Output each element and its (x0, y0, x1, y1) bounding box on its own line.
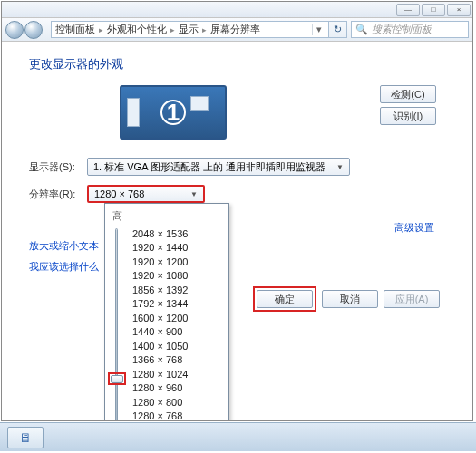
titlebar: — □ × (2, 2, 472, 18)
resolution-option[interactable]: 1280 × 1024 (127, 367, 228, 381)
resolution-list: 2048 × 15361920 × 14401920 × 12001920 × … (127, 225, 228, 420)
breadcrumb-item[interactable]: 屏幕分辨率 (210, 23, 260, 36)
display-value: 1. 标准 VGA 图形适配器 上的 通用非即插即用监视器 (93, 160, 325, 174)
taskbar: 🖥 (0, 422, 476, 451)
display-field: 显示器(S): 1. 标准 VGA 图形适配器 上的 通用非即插即用监视器 ▼ (29, 158, 445, 176)
cancel-button[interactable]: 取消 (322, 290, 378, 308)
navbar: 控制面板 ▸ 外观和个性化 ▸ 显示 ▸ 屏幕分辨率 ▾ ↻ 🔍 搜索控制面板 (2, 18, 472, 42)
slider-track[interactable] (115, 228, 118, 420)
action-buttons: 确定 取消 应用(A) (253, 286, 440, 312)
ok-button[interactable]: 确定 (257, 290, 313, 308)
search-placeholder: 搜索控制面板 (372, 23, 432, 36)
preview-window-icon (190, 96, 209, 111)
chevron-right-icon: ▸ (99, 25, 103, 34)
content: 更改显示器的外观 1 检测(C) 识别(I) 显示器(S): 1. 标准 VGA… (2, 42, 472, 420)
breadcrumb[interactable]: 控制面板 ▸ 外观和个性化 ▸ 显示 ▸ 屏幕分辨率 ▾ (51, 21, 329, 38)
maximize-button[interactable]: □ (422, 4, 445, 16)
breadcrumb-item[interactable]: 显示 (179, 23, 199, 36)
window: — □ × 控制面板 ▸ 外观和个性化 ▸ 显示 ▸ 屏幕分辨率 ▾ ↻ 🔍 搜… (1, 1, 473, 421)
ok-highlight: 确定 (253, 286, 316, 312)
resolution-option[interactable]: 1440 × 900 (127, 325, 228, 340)
nav-buttons (5, 20, 47, 40)
forward-button[interactable] (24, 21, 43, 39)
chevron-right-icon: ▸ (202, 25, 207, 34)
preview-window-icon (127, 98, 140, 127)
slider-highlight (108, 372, 126, 385)
advanced-settings-link[interactable]: 高级设置 (394, 221, 434, 235)
resolution-dropdown[interactable]: 1280 × 768 ▼ (87, 185, 205, 203)
chevron-right-icon: ▸ (170, 25, 175, 34)
close-button[interactable]: × (447, 4, 471, 16)
resolution-option[interactable]: 1280 × 960 (127, 381, 228, 396)
resolution-popup: 高 2048 × 15361920 × 14401920 × 12001920 … (104, 203, 229, 420)
help-link[interactable]: 我应该选择什么 (29, 260, 99, 274)
resolution-slider[interactable] (105, 225, 127, 420)
monitor-preview-row: 1 检测(C) 识别(I) (29, 85, 445, 140)
chevron-down-icon: ▼ (336, 163, 344, 171)
refresh-button[interactable]: ↻ (329, 21, 347, 38)
resolution-option[interactable]: 1400 × 1050 (127, 339, 228, 353)
zoom-text-link[interactable]: 放大或缩小文本 (29, 239, 99, 253)
resolution-option[interactable]: 1856 × 1392 (127, 283, 228, 297)
help-links: 放大或缩小文本 我应该选择什么 (29, 239, 99, 281)
breadcrumb-item[interactable]: 控制面板 (55, 23, 95, 36)
display-label: 显示器(S): (29, 160, 87, 174)
resolution-value: 1280 × 768 (94, 188, 144, 199)
minimize-button[interactable]: — (396, 4, 420, 16)
resolution-option[interactable]: 1600 × 1200 (127, 311, 228, 325)
side-buttons: 检测(C) 识别(I) (380, 85, 436, 125)
resolution-option[interactable]: 2048 × 1536 (127, 226, 228, 241)
resolution-option[interactable]: 1920 × 1440 (127, 241, 228, 255)
resolution-option[interactable]: 1280 × 800 (127, 395, 228, 410)
taskbar-item[interactable]: 🖥 (7, 427, 44, 448)
detect-button[interactable]: 检测(C) (380, 85, 436, 103)
chevron-down-icon[interactable]: ▾ (312, 24, 325, 35)
display-dropdown[interactable]: 1. 标准 VGA 图形适配器 上的 通用非即插即用监视器 ▼ (87, 158, 350, 176)
resolution-option[interactable]: 1280 × 768 (127, 410, 228, 421)
resolution-option[interactable]: 1366 × 768 (127, 353, 228, 368)
resolution-option[interactable]: 1920 × 1080 (127, 269, 228, 284)
breadcrumb-item[interactable]: 外观和个性化 (107, 23, 167, 36)
chevron-down-icon: ▼ (190, 190, 198, 198)
slider-high-label: 高 (105, 207, 228, 225)
resolution-field: 分辨率(R): 1280 × 768 ▼ (29, 185, 445, 203)
monitor-number: 1 (160, 100, 186, 125)
identify-button[interactable]: 识别(I) (380, 107, 436, 125)
apply-button[interactable]: 应用(A) (384, 290, 440, 308)
page-title: 更改显示器的外观 (29, 56, 445, 72)
resolution-option[interactable]: 1920 × 1200 (127, 255, 228, 269)
search-input[interactable]: 🔍 搜索控制面板 (351, 21, 469, 38)
back-button[interactable] (5, 21, 24, 39)
monitor-preview[interactable]: 1 (120, 85, 227, 140)
resolution-label: 分辨率(R): (29, 188, 87, 201)
resolution-option[interactable]: 1792 × 1344 (127, 297, 228, 312)
search-icon: 🔍 (355, 24, 368, 35)
